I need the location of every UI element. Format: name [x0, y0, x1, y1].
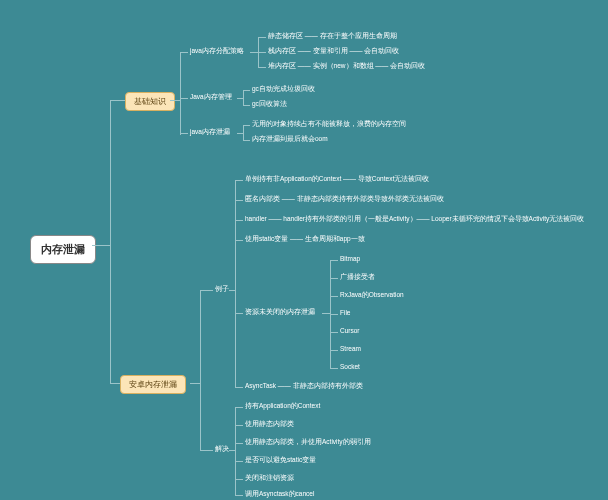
- node-leak: java内存泄漏: [190, 128, 230, 136]
- node-stack-zone: 栈内存区 —— 变量和引用 —— 会自动回收: [268, 47, 399, 55]
- node-cases: 例子: [215, 285, 229, 293]
- connector: [235, 200, 243, 201]
- node-heap-zone: 堆内存区 —— 实例（new）和数组 —— 会自动回收: [268, 62, 425, 70]
- connector: [235, 443, 243, 444]
- node-rxjava: RxJava的Observation: [340, 291, 404, 299]
- connector: [243, 90, 250, 91]
- branch-android[interactable]: 安卓内存泄漏: [120, 375, 186, 394]
- node-singleton: 单例持有非Application的Context —— 导致Context无法被…: [245, 175, 429, 183]
- connector: [330, 368, 338, 369]
- node-unclosed: 资源未关闭的内存泄漏: [245, 308, 315, 316]
- node-alloc-strategy: java内存分配策略: [190, 47, 244, 55]
- connector: [330, 278, 338, 279]
- connector: [235, 220, 243, 221]
- node-oom: 内存泄漏到最后就会oom: [252, 135, 328, 143]
- connector: [180, 52, 181, 135]
- connector: [180, 133, 188, 134]
- node-avoid-static: 是否可以避免static变量: [245, 456, 316, 464]
- connector: [229, 450, 235, 451]
- node-handler: handler —— handler持有外部类的引用（一般是Activity）—…: [245, 215, 584, 223]
- connector: [243, 125, 244, 140]
- connector: [235, 387, 243, 388]
- connector: [200, 290, 213, 291]
- node-file: File: [340, 309, 350, 317]
- connector: [235, 407, 236, 495]
- node-app-ctx: 持有Application的Context: [245, 402, 320, 410]
- connector: [258, 37, 266, 38]
- connector: [200, 450, 213, 451]
- connector: [235, 240, 243, 241]
- connector: [330, 314, 338, 315]
- connector: [330, 332, 338, 333]
- connector: [180, 98, 188, 99]
- connector: [235, 495, 243, 496]
- connector: [235, 407, 243, 408]
- connector: [330, 350, 338, 351]
- connector: [330, 260, 338, 261]
- connector: [235, 461, 243, 462]
- connector: [110, 100, 125, 101]
- connector: [200, 290, 201, 450]
- connector: [243, 140, 250, 141]
- connector: [243, 125, 250, 126]
- node-cursor: Cursor: [340, 327, 360, 335]
- branch-basics[interactable]: 基础知识: [125, 92, 175, 111]
- node-static-inner: 使用静态内部类: [245, 420, 294, 428]
- node-bitmap: Bitmap: [340, 255, 360, 263]
- node-close-unreg: 关闭和注销资源: [245, 474, 294, 482]
- node-static-var: 使用static变量 —— 生命周期和app一致: [245, 235, 365, 243]
- connector: [235, 479, 243, 480]
- connector: [237, 133, 243, 134]
- connector: [170, 100, 180, 101]
- node-no-release: 无用的对象持续占有不能被释放，浪费的内存空间: [252, 120, 406, 128]
- node-static-zone: 静态储存区 —— 存在于整个应用生命周期: [268, 32, 397, 40]
- connector: [235, 180, 236, 387]
- node-anon-inner: 匿名内部类 —— 非静态内部类持有外部类导致外部类无法被回收: [245, 195, 444, 203]
- node-stream: Stream: [340, 345, 361, 353]
- root-node[interactable]: 内存泄漏: [30, 235, 96, 264]
- connector: [110, 100, 111, 383]
- node-gc-auto: gc自动完成垃圾回收: [252, 85, 315, 93]
- connector: [237, 98, 243, 99]
- node-solve: 解决: [215, 445, 229, 453]
- connector: [258, 67, 266, 68]
- node-mgmt: Java内存管理: [190, 93, 232, 101]
- node-asynctask: AsyncTask —— 非静态内部持有外部类: [245, 382, 363, 390]
- connector: [110, 383, 120, 384]
- connector: [258, 52, 266, 53]
- connector: [190, 383, 200, 384]
- connector: [243, 90, 244, 105]
- connector: [235, 180, 243, 181]
- node-gc-algo: gc回收算法: [252, 100, 287, 108]
- connector: [243, 105, 250, 106]
- connector: [330, 296, 338, 297]
- node-broadcast: 广播接受者: [340, 273, 375, 281]
- connector: [250, 52, 258, 53]
- node-static-weak: 使用静态内部类，并使用Activity的弱引用: [245, 438, 371, 446]
- node-socket: Socket: [340, 363, 360, 371]
- node-cancel-async: 调用Asynctask的cancel: [245, 490, 314, 498]
- connector: [235, 425, 243, 426]
- connector: [322, 313, 330, 314]
- connector: [235, 313, 243, 314]
- connector: [180, 52, 188, 53]
- connector: [92, 245, 110, 246]
- connector: [229, 290, 235, 291]
